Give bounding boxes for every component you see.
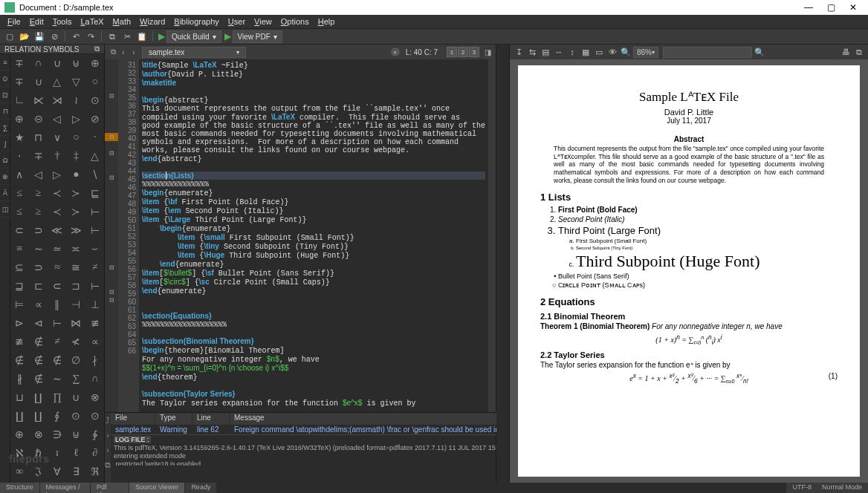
paste-icon[interactable]: 📋 <box>135 30 149 43</box>
undo-icon[interactable]: ↶ <box>69 30 82 43</box>
symbol-cell[interactable]: 𝔍 <box>29 463 47 480</box>
symbol-cell[interactable]: ∩ <box>29 54 47 72</box>
copy-icon[interactable]: ⧉ <box>106 30 119 43</box>
symbol-cell[interactable]: ℓ <box>67 444 85 462</box>
viewmode-2[interactable]: 2 <box>458 47 468 57</box>
log-row[interactable]: sample.tex Warning line 62 Foreign comma… <box>111 425 546 434</box>
symbol-cell[interactable]: ◁ <box>29 166 47 183</box>
symbol-cell[interactable]: ⊢ <box>86 277 104 295</box>
close-indicator-icon[interactable]: × <box>391 48 400 56</box>
tab-log[interactable]: Messages / Log <box>40 483 91 493</box>
symbol-cell[interactable]: ∀ <box>48 463 66 480</box>
symbol-cell[interactable]: ≤ <box>10 184 28 202</box>
symbol-cell[interactable]: △ <box>86 147 104 165</box>
nav-fwd-icon[interactable]: › <box>129 48 139 56</box>
symbol-cell[interactable]: ∐ <box>29 407 47 425</box>
symbol-cell[interactable]: ∧ <box>10 166 28 183</box>
symbol-cell[interactable]: ℜ <box>86 463 104 480</box>
symtab-5[interactable]: ∑ <box>0 120 10 136</box>
zoom-select[interactable]: 86% ▾ <box>633 47 658 58</box>
symbol-cell[interactable]: ∐ <box>29 388 47 406</box>
panel-undock-icon[interactable]: ⧉ <box>94 45 100 53</box>
symbol-cell[interactable]: ∼ <box>48 370 66 388</box>
symbol-cell[interactable]: ∐ <box>10 407 28 425</box>
symbol-cell[interactable]: ∞ <box>10 463 28 480</box>
symbol-cell[interactable]: ∝ <box>29 296 47 313</box>
symtab-1[interactable]: ≡ <box>0 54 10 71</box>
symbol-cell[interactable]: ⋉ <box>29 91 47 109</box>
maximize-button[interactable]: ▢ <box>820 1 841 14</box>
symbol-cell[interactable]: ∝ <box>86 333 104 350</box>
symbol-cell[interactable]: ∉ <box>48 351 66 369</box>
symbol-cell[interactable]: ≠ <box>48 333 66 350</box>
symbol-cell[interactable]: ≻ <box>67 184 85 202</box>
symbol-cell[interactable]: ∳ <box>86 425 104 443</box>
save-file-icon[interactable]: 💾 <box>33 30 46 43</box>
viewpdf-select[interactable]: View PDF▾ <box>233 30 282 43</box>
symbol-cell[interactable]: ⊔ <box>10 388 28 406</box>
undock-icon[interactable]: ⧉ <box>108 48 118 56</box>
symbol-cell[interactable]: ⊙ <box>86 407 104 425</box>
symbol-cell[interactable]: ⊲ <box>29 314 47 332</box>
symbol-cell[interactable]: ∪ <box>48 54 66 72</box>
minimize-button[interactable]: — <box>798 1 819 14</box>
pdf-eye-icon[interactable]: 👁 <box>606 46 618 58</box>
symbol-cell[interactable]: ⋈ <box>67 314 85 332</box>
symbol-cell[interactable]: ⊎ <box>67 54 85 72</box>
symtab-4[interactable]: ⊓ <box>0 103 10 120</box>
symbol-cell[interactable]: ∦ <box>10 370 28 388</box>
preview-strip[interactable] <box>496 45 510 483</box>
symbol-cell[interactable]: ≈ <box>48 258 66 276</box>
symtab-7[interactable]: Ω <box>0 152 10 169</box>
symbol-cell[interactable]: ≠ <box>86 258 104 276</box>
symbol-cell[interactable]: ∩ <box>86 370 104 388</box>
symbol-cell[interactable]: ⊓ <box>29 128 47 146</box>
symbol-cell[interactable]: ∑ <box>67 370 85 388</box>
log-col-line[interactable]: Line <box>192 413 230 425</box>
pdf-nav-icon[interactable]: ⇆ <box>526 46 538 58</box>
viewmode-3[interactable]: 3 <box>469 47 479 57</box>
symbol-cell[interactable]: ⊂ <box>48 277 66 295</box>
symbol-cell[interactable]: ⊨ <box>10 296 28 313</box>
symbol-cell[interactable]: ⊗ <box>29 425 47 443</box>
file-tab[interactable]: sample.tex <box>142 47 246 58</box>
symbol-cell[interactable]: ⊐ <box>67 277 85 295</box>
symbol-cell[interactable]: ∼ <box>29 240 47 258</box>
symbol-cell[interactable]: ▷ <box>67 110 85 128</box>
symbol-cell[interactable]: ▷ <box>48 166 66 183</box>
split-icon[interactable]: ◨ <box>482 48 493 56</box>
symtab-3[interactable]: ⊡ <box>0 87 10 103</box>
menu-user[interactable]: User <box>224 17 250 26</box>
run-icon[interactable]: ▶ <box>158 31 165 42</box>
redo-icon[interactable]: ↷ <box>84 30 97 43</box>
symbol-cell[interactable]: ⊙ <box>86 91 104 109</box>
symbol-cell[interactable]: ⊢ <box>48 314 66 332</box>
symbol-cell[interactable]: ≡ <box>10 240 28 258</box>
pdf-search-icon[interactable]: 🔍 <box>620 46 632 58</box>
symbol-cell[interactable]: ı <box>48 444 66 462</box>
symbol-cell[interactable]: ⊎ <box>67 425 85 443</box>
symbol-cell[interactable]: ⌣ <box>86 240 104 258</box>
log-prev-icon[interactable]: › <box>105 443 111 457</box>
symbol-cell[interactable]: ⋊ <box>48 91 66 109</box>
tab-structure[interactable]: Structure <box>0 483 40 493</box>
symbol-cell[interactable]: ⊃ <box>29 221 47 239</box>
symbol-cell[interactable]: ≮ <box>67 333 85 350</box>
symtab-6[interactable]: ∫ <box>0 136 10 152</box>
menu-bibliography[interactable]: Bibliography <box>169 17 224 26</box>
symbol-cell[interactable]: ∏ <box>48 388 66 406</box>
symbol-cell[interactable]: ∤ <box>86 351 104 369</box>
symbol-cell[interactable]: ≺ <box>48 203 66 221</box>
symbol-cell[interactable]: ⊃ <box>29 258 47 276</box>
menu-edit[interactable]: Edit <box>25 17 48 26</box>
symbol-cell[interactable]: ∟ <box>10 91 28 109</box>
symbol-cell[interactable]: ○ <box>67 128 85 146</box>
symbol-cell[interactable]: ∪ <box>29 73 47 91</box>
symbol-cell[interactable]: ⊢ <box>86 203 104 221</box>
symtab-9[interactable]: Ä <box>0 185 10 201</box>
symbol-cell[interactable]: ▽ <box>67 73 85 91</box>
symbol-cell[interactable]: ≺ <box>48 184 66 202</box>
symbol-cell[interactable]: ⊳ <box>10 314 28 332</box>
tab-pdfviewer[interactable]: Pdf Viewer <box>91 483 129 493</box>
pdf-page-icon[interactable]: ▤ <box>540 46 551 58</box>
